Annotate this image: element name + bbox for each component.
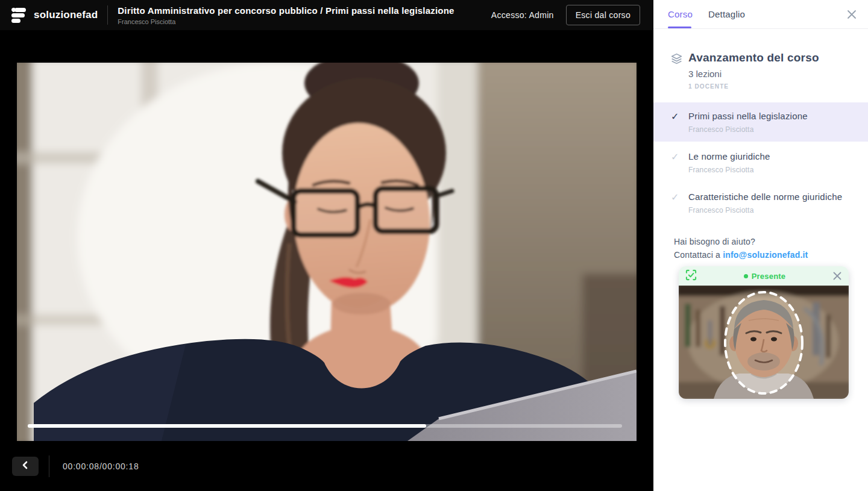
topbar-divider (107, 5, 108, 25)
lesson-teacher: Francesco Pisciotta (688, 125, 808, 134)
tab-corso[interactable]: Corso (668, 0, 693, 28)
course-title: Diritto Amministrativo per concorso pubb… (118, 5, 454, 16)
lesson-teacher: Francesco Pisciotta (688, 206, 842, 214)
course-sidebar: Corso Dettaglio Avanzamento del corso 3 … (653, 0, 868, 491)
sidebar-tabbar: Corso Dettaglio (653, 0, 868, 29)
help-contact-line: Contattaci ainfo@soluzionefad.it (674, 249, 854, 261)
player-section: soluzionefad Diritto Amministrativo per … (0, 0, 653, 491)
course-progress-header: Avanzamento del corso 3 lezioni 1 DOCENT… (670, 51, 854, 90)
help-section: Hai bisogno di aiuto? Contattaci ainfo@s… (674, 236, 854, 261)
topbar-right: Accesso: Admin Esci dal corso (491, 5, 640, 25)
teachers-count: 1 DOCENTE (688, 83, 819, 90)
soluzionefad-logo-icon (10, 6, 28, 24)
checkmark-icon: ✓ (671, 192, 682, 214)
logo-text: soluzionefad (34, 9, 98, 21)
exit-course-button[interactable]: Esci dal corso (566, 5, 640, 25)
course-heading: Diritto Amministrativo per concorso pubb… (118, 5, 454, 25)
lesson-item-norme-giuridiche[interactable]: ✓ Le norme giuridiche Francesco Pisciott… (653, 143, 868, 182)
help-contact-prefix: Contattaci a (674, 250, 720, 260)
presence-status-label: Presente (752, 272, 786, 281)
video-timestamp: 00:00:08/00:00:18 (63, 461, 139, 471)
layers-icon (670, 52, 683, 90)
app-window: soluzionefad Diritto Amministrativo per … (0, 0, 868, 491)
lesson-list: ✓ Primi passi nella legislazione Frances… (653, 102, 868, 222)
back-button[interactable] (12, 457, 39, 476)
video-frame-image (17, 63, 637, 441)
lesson-title: Primi passi nella legislazione (688, 111, 808, 121)
checkmark-icon: ✓ (671, 111, 682, 134)
face-scan-icon (685, 269, 697, 283)
lesson-item-caratteristiche[interactable]: ✓ Caratteristiche delle norme giuridiche… (653, 183, 868, 222)
checkmark-icon: ✓ (671, 151, 682, 174)
tab-dettaglio[interactable]: Dettaglio (708, 0, 745, 28)
presence-status: Presente (697, 272, 832, 281)
lesson-item-primi-passi[interactable]: ✓ Primi passi nella legislazione Frances… (653, 102, 868, 142)
close-sidebar-icon[interactable] (846, 9, 857, 20)
top-bar: soluzionefad Diritto Amministrativo per … (0, 0, 653, 30)
webcam-widget: Presente (679, 266, 849, 399)
video-progress-fill (28, 424, 426, 428)
chevron-left-icon (21, 461, 30, 471)
player-control-bar: 00:00:08/00:00:18 (0, 441, 653, 491)
lesson-teacher: Francesco Pisciotta (688, 166, 770, 174)
course-author: Francesco Pisciotta (118, 18, 454, 25)
lesson-title: Le norme giuridiche (688, 151, 770, 161)
video-progress-bar[interactable] (28, 424, 622, 428)
webcam-feed-image (679, 286, 849, 399)
lessons-count: 3 lezioni (688, 69, 819, 79)
access-label: Accesso: Admin (491, 10, 554, 20)
controlbar-divider (49, 455, 49, 477)
video-player[interactable] (17, 63, 637, 441)
lesson-title: Caratteristiche delle norme giuridiche (688, 192, 842, 202)
contact-email-link[interactable]: info@soluzionefad.it (723, 250, 808, 260)
course-progress-title: Avanzamento del corso (688, 51, 819, 64)
webcam-close-icon[interactable] (832, 271, 842, 281)
webcam-widget-header: Presente (679, 266, 849, 286)
presence-dot-icon (744, 274, 748, 278)
brand[interactable]: soluzionefad (10, 6, 98, 24)
help-question: Hai bisogno di aiuto? (674, 236, 854, 248)
